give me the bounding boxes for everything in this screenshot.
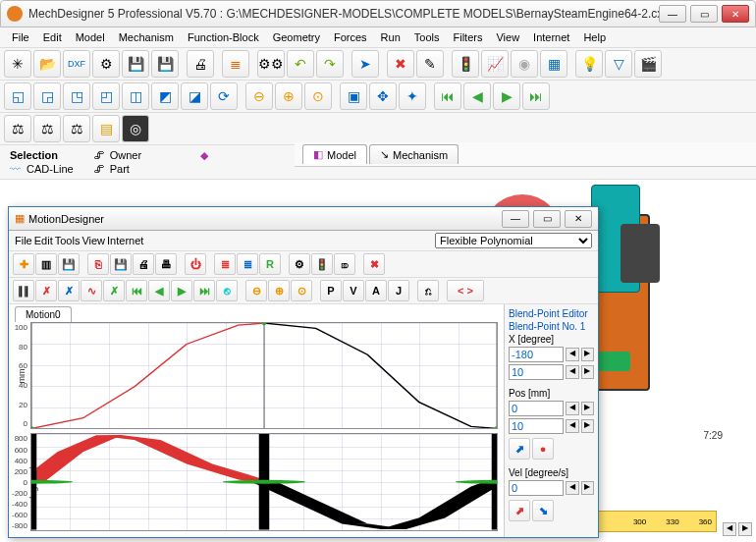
- vel-mode1-icon[interactable]: ⬈: [509, 500, 530, 521]
- pvaj-a-button[interactable]: A: [365, 280, 387, 301]
- edit-pencil-icon[interactable]: ✎: [416, 50, 444, 78]
- x-dec-button[interactable]: ◀: [566, 348, 579, 361]
- pos-step-inc[interactable]: ▶: [581, 419, 595, 433]
- prev-icon[interactable]: ◀: [463, 82, 491, 110]
- md-first-icon[interactable]: ⏮: [126, 280, 147, 301]
- velocity-chart[interactable]: degrees/s 8006004002000-200-400-600-800: [30, 433, 498, 531]
- md-close-button[interactable]: ✕: [565, 210, 592, 228]
- x-inc-button[interactable]: ▶: [581, 348, 595, 361]
- md-add-icon[interactable]: ✚: [13, 253, 34, 275]
- menu-model[interactable]: Model: [70, 29, 111, 45]
- md-doc-icon[interactable]: ▥: [35, 253, 57, 275]
- last-icon[interactable]: ⏭: [522, 82, 550, 110]
- md-save2-icon[interactable]: 💾: [110, 253, 132, 275]
- position-chart[interactable]: mm 100806040200: [30, 322, 498, 429]
- pos-step-dec[interactable]: ◀: [566, 419, 579, 433]
- menu-help[interactable]: Help: [577, 29, 612, 45]
- delete-icon[interactable]: ✖: [387, 50, 414, 78]
- md-tool-icon[interactable]: ⎄: [334, 253, 355, 275]
- mechanism-icon[interactable]: ⚙: [92, 50, 120, 78]
- cube3-icon[interactable]: ◳: [63, 82, 90, 110]
- fit-window-icon[interactable]: ▣: [340, 82, 367, 110]
- md-link2-icon[interactable]: ⎌: [417, 280, 439, 301]
- menu-filters[interactable]: Filters: [447, 29, 488, 45]
- menu-mechanism[interactable]: Mechanism: [113, 29, 180, 45]
- film-icon[interactable]: 🎬: [634, 50, 662, 78]
- vel-input[interactable]: [509, 480, 564, 496]
- pos-step-input[interactable]: [509, 418, 564, 434]
- md-wave-icon[interactable]: ∿: [81, 280, 102, 301]
- maximize-button[interactable]: ▭: [690, 5, 718, 23]
- md-listblue-icon[interactable]: ≣: [237, 253, 258, 275]
- md-last-icon[interactable]: ⏭: [193, 280, 215, 301]
- pvaj-p-button[interactable]: P: [320, 280, 342, 301]
- md-r-icon[interactable]: R: [259, 253, 281, 275]
- pan-icon[interactable]: ✥: [369, 82, 397, 110]
- vel-mode2-icon[interactable]: ⬊: [532, 500, 554, 521]
- list-icon[interactable]: ≣: [222, 50, 249, 78]
- graph-icon[interactable]: 📈: [481, 50, 509, 78]
- pvaj-j-button[interactable]: J: [388, 280, 409, 301]
- md-prev-icon[interactable]: ◀: [148, 280, 170, 301]
- balance3-icon[interactable]: ⚖: [63, 115, 90, 142]
- target-icon[interactable]: ◎: [122, 115, 149, 142]
- md-arrows-button[interactable]: < >: [447, 280, 484, 301]
- menu-file[interactable]: File: [6, 29, 35, 45]
- tab-mechanism[interactable]: ↘Mechanism: [369, 144, 459, 164]
- x-step-inc[interactable]: ▶: [581, 365, 595, 379]
- save-as-icon[interactable]: 💾: [151, 50, 179, 78]
- part-label[interactable]: Part: [110, 163, 130, 175]
- md-zoom-out-icon[interactable]: ⊖: [245, 280, 267, 301]
- forward-icon[interactable]: ➤: [351, 50, 379, 78]
- menu-edit[interactable]: Edit: [37, 29, 68, 45]
- md-menu-file[interactable]: File: [15, 235, 32, 246]
- tab-model[interactable]: ◧Model: [302, 144, 367, 164]
- md-traffic-icon[interactable]: 🚦: [311, 253, 333, 275]
- menu-view[interactable]: View: [490, 29, 525, 45]
- md-xr-icon[interactable]: ✗: [35, 280, 57, 301]
- new-icon[interactable]: ✳: [4, 50, 31, 78]
- vel-inc-button[interactable]: ▶: [581, 481, 595, 495]
- pos-dec-button[interactable]: ◀: [566, 402, 579, 415]
- x-step-dec[interactable]: ◀: [566, 365, 579, 379]
- pos-input[interactable]: [509, 401, 564, 416]
- next-icon[interactable]: ▶: [493, 82, 520, 110]
- pvaj-v-button[interactable]: V: [343, 280, 364, 301]
- traffic-light-icon[interactable]: 🚦: [452, 50, 479, 78]
- undo-icon[interactable]: ↶: [287, 50, 314, 78]
- pos-mode2-icon[interactable]: ●: [532, 438, 554, 460]
- vel-dec-button[interactable]: ◀: [566, 481, 579, 495]
- shape-purple-icon[interactable]: ◆: [200, 149, 208, 162]
- print-icon[interactable]: 🖨: [187, 50, 214, 78]
- md-listred-icon[interactable]: ≣: [214, 253, 236, 275]
- cube5-icon[interactable]: ◫: [122, 82, 149, 110]
- lightbulb-icon[interactable]: 💡: [575, 50, 603, 78]
- menu-geometry[interactable]: Geometry: [267, 29, 326, 45]
- md-print-icon[interactable]: 🖨: [133, 253, 154, 275]
- md-next-icon[interactable]: ▶: [171, 280, 192, 301]
- close-button[interactable]: ✕: [722, 5, 749, 23]
- spin-icon[interactable]: ⟳: [210, 82, 238, 110]
- timeline-next-button[interactable]: ▶: [738, 522, 752, 536]
- crosshair-icon[interactable]: ✦: [399, 82, 426, 110]
- md-menu-internet[interactable]: Internet: [107, 235, 143, 246]
- md-minimize-button[interactable]: —: [502, 210, 529, 228]
- md-link-icon[interactable]: ⎘: [87, 253, 109, 275]
- md-cyan-icon[interactable]: ⎋: [216, 280, 238, 301]
- cube7-icon[interactable]: ◪: [181, 82, 208, 110]
- md-zoom-fit-icon[interactable]: ⊙: [291, 280, 312, 301]
- md-xb-icon[interactable]: ✗: [58, 280, 80, 301]
- chart-bars-icon[interactable]: ▤: [92, 115, 120, 142]
- md-gear-icon[interactable]: ⚙: [289, 253, 310, 275]
- save-icon[interactable]: 💾: [122, 50, 149, 78]
- x-input[interactable]: [509, 347, 564, 362]
- md-menu-edit[interactable]: Edit: [34, 235, 53, 246]
- import-dxf-icon[interactable]: DXF: [63, 50, 90, 78]
- timeline-prev-button[interactable]: ◀: [723, 522, 736, 536]
- first-icon[interactable]: ⏮: [434, 82, 461, 110]
- minimize-button[interactable]: —: [659, 5, 686, 23]
- cube1-icon[interactable]: ◱: [4, 82, 31, 110]
- menu-function-block[interactable]: Function-Block: [182, 29, 265, 45]
- cube2-icon[interactable]: ◲: [33, 82, 61, 110]
- motion-tab[interactable]: Motion0: [15, 306, 72, 322]
